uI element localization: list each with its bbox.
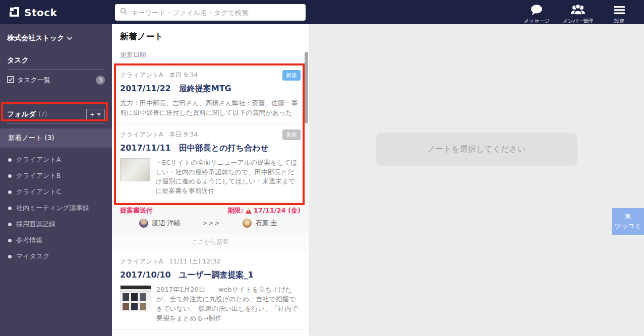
note-card[interactable]: クライアントA 本日 9:34 新規 2017/11/22 最終提案MTG 先方… bbox=[112, 64, 309, 124]
folder-bullet-icon bbox=[8, 223, 12, 226]
note-meta: クライアントA 本日 9:34 更新 bbox=[120, 130, 301, 139]
side-tab-line1: 鬼 bbox=[612, 212, 644, 222]
folder-bullet-icon bbox=[8, 239, 12, 242]
avatar bbox=[139, 219, 148, 228]
folder-label: クライアントB bbox=[16, 171, 61, 180]
folder-label: 社内ミーティング議事録 bbox=[16, 204, 89, 213]
note-snippet: 2017年1月20日 webサイトを立ち上げたが、全て外注先に丸投げのため、自社… bbox=[156, 285, 301, 323]
note-folder: クライアントA bbox=[120, 71, 163, 80]
website-screenshot-thumbnail bbox=[120, 285, 151, 311]
note-snippet: 先方：田中部長、吉田さん、高橋さん弊社：斎藤、佐藤・事前に田中部長に送付した資料… bbox=[120, 99, 301, 118]
member-management-button[interactable]: メンバー管理 bbox=[557, 2, 599, 25]
folder-bullet-icon bbox=[8, 174, 12, 178]
folder-section-title: フォルダ bbox=[7, 110, 36, 119]
sort-order-selector[interactable]: 更新日順 bbox=[120, 50, 146, 59]
checkbox-icon bbox=[7, 76, 14, 85]
sidebar-item-folder[interactable]: クライアントB bbox=[0, 168, 112, 184]
folder-label: クライアントC bbox=[16, 187, 61, 196]
sidebar-item-folder[interactable]: 社内ミーティング議事録 bbox=[0, 200, 112, 216]
note-list-scrollbar[interactable] bbox=[305, 52, 308, 123]
sidebar-item-task-list[interactable]: タスク一覧 3 bbox=[7, 76, 105, 85]
divider-label: ここから新着 bbox=[192, 238, 228, 246]
sidebar-item-new-notes[interactable]: 新着ノート (3) bbox=[0, 128, 112, 148]
search-icon bbox=[120, 8, 128, 17]
member-management-label: メンバー管理 bbox=[563, 18, 594, 25]
note-time: 本日 9:34 bbox=[169, 71, 198, 80]
empty-state-message: ノートを選択してください bbox=[427, 144, 525, 155]
note-list-panel: 新着ノート 更新日順 クライアントA 本日 9:34 新規 2017/11/22… bbox=[112, 24, 309, 336]
note-time: 本日 9:34 bbox=[169, 130, 198, 139]
search-input[interactable] bbox=[131, 9, 301, 17]
folder-section-header: フォルダ (7) + bbox=[7, 109, 105, 124]
folder-label: 参考情報 bbox=[16, 236, 42, 245]
empty-state-placeholder: ノートを選択してください bbox=[376, 132, 577, 166]
note-task-footer: 提案書送付 期限: 17/11/24 (金) 渡辺 洋輔 >>> 石原 圭 bbox=[112, 201, 309, 233]
settings-label: 設定 bbox=[614, 18, 624, 25]
note-card[interactable]: クライアントA 11/11 (土) 12:32 2017/10/10 ユーザー調… bbox=[112, 251, 309, 329]
global-search bbox=[115, 4, 306, 21]
sidebar: 株式会社ストック タスク タスク一覧 3 フォルダ (7) + 新着ノート (3… bbox=[0, 24, 112, 336]
note-body: ・ECサイトの全面リニューアルの提案をしてほしい・社内の最終承認前なので、田中部… bbox=[120, 158, 301, 196]
hamburger-menu-icon bbox=[613, 4, 625, 17]
note-body: 2017年1月20日 webサイトを立ち上げたが、全て外注先に丸投げのため、自社… bbox=[120, 285, 301, 323]
folder-count: (7) bbox=[38, 111, 47, 118]
status-badge-update: 更新 bbox=[282, 129, 301, 140]
whiteboard-photo-thumbnail bbox=[120, 158, 150, 181]
note-detail-panel: ノートを選択してください bbox=[309, 24, 644, 336]
task-summary-row: 提案書送付 期限: 17/11/24 (金) bbox=[120, 206, 301, 215]
plus-icon: + bbox=[90, 110, 94, 118]
sidebar-item-folder[interactable]: クライアントA bbox=[0, 152, 112, 168]
messages-button[interactable]: メッセージ bbox=[516, 2, 557, 25]
task-assignees-row: 渡辺 洋輔 >>> 石原 圭 bbox=[120, 219, 301, 228]
new-items-divider: ここから新着 bbox=[112, 233, 309, 251]
note-folder: クライアントA bbox=[120, 257, 163, 266]
sidebar-item-folder[interactable]: クライアントC bbox=[0, 184, 112, 200]
sidebar-item-folder[interactable]: マイタスク bbox=[0, 248, 112, 264]
avatar bbox=[243, 219, 252, 228]
note-card[interactable]: クライアントA 11/11 (土) 12:32 2017/9/30 施策内容検討… bbox=[112, 329, 309, 336]
folder-bullet-icon bbox=[8, 207, 12, 210]
topbar-actions: メッセージ メンバー管理 bbox=[516, 2, 640, 25]
folder-label: クライアントA bbox=[16, 155, 61, 164]
app-logo[interactable]: Stock bbox=[8, 6, 57, 20]
task-count-badge: 3 bbox=[96, 76, 105, 85]
add-folder-button[interactable]: + bbox=[86, 109, 105, 120]
note-meta: クライアントA 本日 9:34 新規 bbox=[120, 71, 301, 80]
chevron-down-icon bbox=[67, 34, 73, 40]
task-assigner: 渡辺 洋輔 bbox=[139, 219, 180, 228]
folder-label: 採用面談記録 bbox=[16, 220, 55, 229]
folder-bullet-icon bbox=[8, 158, 12, 162]
note-card[interactable]: クライアントA 本日 9:34 更新 2017/11/11 田中部長との打ち合わ… bbox=[112, 124, 309, 233]
task-deadline: 期限: 17/11/24 (金) bbox=[228, 206, 301, 215]
task-list-label: タスク一覧 bbox=[17, 76, 50, 85]
messages-label: メッセージ bbox=[524, 18, 550, 25]
sidebar-item-folder[interactable]: 採用面談記録 bbox=[0, 216, 112, 232]
app-name: Stock bbox=[24, 7, 57, 19]
note-folder: クライアントA bbox=[120, 130, 163, 139]
warning-icon bbox=[246, 208, 252, 214]
feedback-side-tab[interactable]: 鬼 ツッコミ bbox=[612, 208, 644, 235]
org-selector[interactable]: 株式会社ストック bbox=[7, 34, 105, 43]
note-snippet: ・ECサイトの全面リニューアルの提案をしてほしい・社内の最終承認前なので、田中部… bbox=[155, 158, 301, 196]
caret-down-icon bbox=[97, 113, 101, 116]
assign-arrow-icon: >>> bbox=[202, 220, 220, 227]
stock-logo-icon bbox=[8, 6, 20, 20]
org-name: 株式会社ストック bbox=[7, 34, 64, 43]
folder-bullet-icon bbox=[8, 255, 12, 258]
status-badge-new: 新規 bbox=[282, 70, 301, 81]
note-meta: クライアントA 11/11 (土) 12:32 bbox=[120, 257, 301, 266]
members-icon bbox=[570, 4, 586, 17]
task-assignee: 石原 圭 bbox=[243, 219, 277, 228]
topbar: Stock メッセージ bbox=[0, 0, 644, 24]
note-time: 11/11 (土) 12:32 bbox=[169, 257, 220, 266]
message-bubble-icon bbox=[530, 4, 543, 17]
note-title: 2017/11/11 田中部長との打ち合わせ bbox=[120, 143, 301, 154]
sidebar-item-folder[interactable]: 参考情報 bbox=[0, 232, 112, 248]
task-name: 提案書送付 bbox=[120, 206, 153, 215]
folder-list: クライアントA クライアントB クライアントC 社内ミーティング議事録 採用面談… bbox=[0, 152, 112, 264]
settings-button[interactable]: 設定 bbox=[599, 2, 640, 25]
note-title: 2017/10/10 ユーザー調査提案_1 bbox=[120, 270, 301, 281]
note-list-title: 新着ノート bbox=[120, 31, 301, 42]
folder-label: マイタスク bbox=[16, 252, 50, 261]
folder-bullet-icon bbox=[8, 190, 12, 194]
